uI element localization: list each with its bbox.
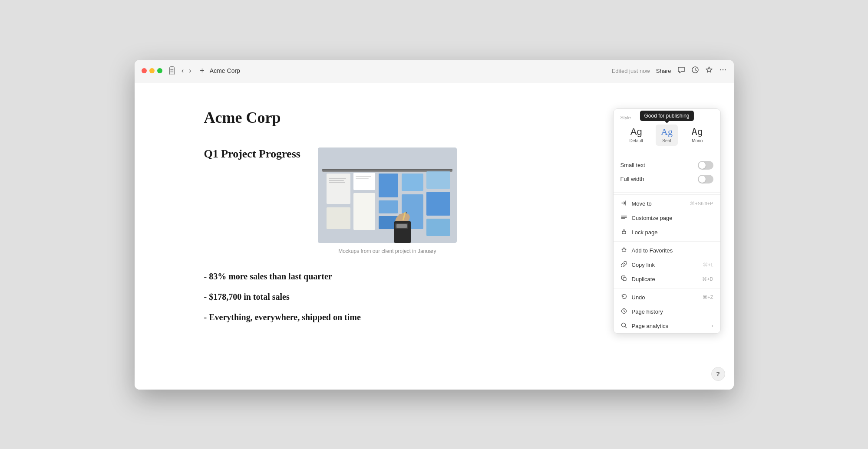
page-history-item[interactable]: Page history [614,305,720,319]
customize-page-item[interactable]: Customize page [614,211,720,225]
copy-link-icon [620,261,627,269]
image-wrapper: Mockups from our client project in Janua… [318,147,457,254]
svg-rect-20 [329,180,344,181]
svg-rect-33 [622,231,626,234]
svg-rect-19 [329,178,346,179]
image-caption: Mockups from our client project in Janua… [318,248,457,254]
page-analytics-item[interactable]: Page analytics › [614,319,720,333]
undo-item[interactable]: Undo ⌘+Z [614,290,720,305]
move-to-item[interactable]: Move to ⌘+Shift+P [614,197,720,211]
toggle-section: Small text Full width [614,152,720,193]
page-history-icon [620,308,627,315]
svg-rect-8 [353,173,375,190]
lock-page-label: Lock page [632,229,709,236]
divider-2 [614,241,720,242]
titlebar-right: Edited just now Share [612,66,727,75]
clock-icon [691,66,699,74]
bullet-1: - 83% more sales than last quarter [204,272,664,282]
minimize-button[interactable] [149,68,155,73]
style-mono-label: Mono [692,138,703,143]
move-to-label: Move to [632,200,686,207]
svg-rect-13 [402,174,423,191]
small-text-row: Small text [620,158,713,172]
style-default-text: Ag [630,127,642,137]
svg-rect-10 [379,174,398,197]
svg-rect-11 [379,200,398,213]
divider-3 [614,288,720,288]
nav-buttons: ‹ › [180,66,193,75]
share-button[interactable]: Share [656,68,671,74]
page-history-label: Page history [632,308,713,315]
style-mono-text: Ag [691,127,703,137]
content-row: Q1 Project Progress [204,147,664,254]
new-page-button[interactable]: + [200,66,205,75]
help-button[interactable]: ? [711,367,725,381]
style-default-label: Default [629,138,643,143]
style-mono-button[interactable]: Ag Mono [681,125,713,146]
move-to-icon [620,200,627,207]
bullet-section: - 83% more sales than last quarter - $17… [204,272,664,322]
svg-rect-30 [396,224,407,228]
page-analytics-icon [620,322,627,330]
style-serif-button[interactable]: Ag Serif [656,125,678,146]
duplicate-item[interactable]: Duplicate ⌘+D [614,272,720,286]
undo-shortcut: ⌘+Z [703,295,713,300]
full-width-toggle[interactable] [698,175,713,184]
traffic-lights [142,68,162,73]
favorites-button[interactable] [705,66,713,75]
close-button[interactable] [142,68,147,73]
star-icon [705,66,713,74]
page-analytics-label: Page analytics [632,323,707,329]
full-width-label: Full width [620,176,644,182]
forward-button[interactable]: › [187,66,193,75]
svg-rect-7 [327,207,350,229]
svg-rect-23 [356,178,369,179]
undo-label: Undo [632,294,699,301]
duplicate-label: Duplicate [632,276,698,282]
svg-rect-22 [356,176,371,177]
divider-1 [614,194,720,195]
svg-rect-9 [353,193,375,230]
maximize-button[interactable] [157,68,162,73]
svg-rect-21 [329,182,345,183]
more-button[interactable] [719,66,727,75]
more-icon [719,66,727,74]
add-to-favorites-item[interactable]: Add to Favorites [614,243,720,258]
copy-link-shortcut: ⌘+L [703,262,713,268]
copy-link-item[interactable]: Copy link ⌘+L [614,258,720,272]
text-left: Q1 Project Progress [204,147,300,171]
bullet-2: - $178,700 in total sales [204,292,664,302]
bullet-3: - Everything, everywhere, shipped on tim… [204,312,664,322]
menu-icon[interactable]: ≡ [169,66,175,75]
back-button[interactable]: ‹ [180,66,185,75]
svg-rect-34 [623,278,626,281]
style-options: Ag Default Good for publishing Ag Serif … [620,125,713,146]
copy-link-label: Copy link [632,262,699,268]
svg-point-1 [720,69,721,71]
style-serif-text: Ag [661,127,673,137]
page-analytics-arrow: › [712,323,713,329]
style-serif-wrapper: Good for publishing Ag Serif [656,125,678,146]
lock-page-item[interactable]: Lock page [614,225,720,239]
duplicate-icon [620,275,627,283]
history-button[interactable] [691,66,699,75]
style-serif-label: Serif [662,138,671,143]
document-title: Acme Corp [204,108,664,127]
context-panel: Style Ag Default Good for publishing Ag … [613,108,721,334]
comment-button[interactable] [677,66,685,75]
titlebar: ≡ ‹ › + Acme Corp Edited just now Share [135,60,734,82]
lock-page-icon [620,229,627,236]
style-section: Style Ag Default Good for publishing Ag … [614,109,720,152]
svg-rect-18 [322,169,452,170]
move-to-shortcut: ⌘+Shift+P [690,201,713,206]
small-text-label: Small text [620,162,645,168]
svg-point-3 [725,69,726,71]
project-image [318,147,457,243]
small-text-toggle[interactable] [698,161,713,170]
svg-point-2 [722,69,723,71]
edited-status: Edited just now [612,68,650,74]
duplicate-shortcut: ⌘+D [702,276,713,282]
page-title: Acme Corp [210,67,240,74]
comment-icon [677,66,685,74]
style-default-button[interactable]: Ag Default [620,125,653,146]
